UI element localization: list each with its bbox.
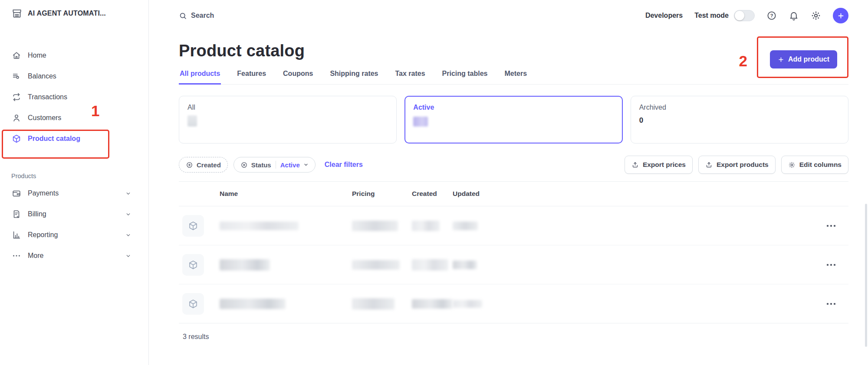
tab-coupons[interactable]: Coupons xyxy=(282,67,314,84)
row-overflow-menu[interactable] xyxy=(821,303,848,305)
card-label: Active xyxy=(413,104,614,111)
account-switcher[interactable]: AI AGENT AUTOMATI... xyxy=(11,8,148,19)
table-row[interactable] xyxy=(179,206,848,245)
add-product-label: Add product xyxy=(788,55,829,63)
chevron-down-icon xyxy=(125,191,131,196)
topbar-actions: Developers Test mode ? xyxy=(645,8,848,23)
package-icon xyxy=(182,254,204,276)
tab-meters[interactable]: Meters xyxy=(504,67,528,84)
chevron-down-icon xyxy=(125,232,131,238)
payments-icon xyxy=(11,189,21,198)
sidebar-item-label: Customers xyxy=(28,114,61,122)
search-input[interactable]: Search xyxy=(179,12,214,20)
table-row[interactable] xyxy=(179,284,848,323)
x-circle-icon xyxy=(240,161,248,169)
filter-bar: Created Status Active Clear filters xyxy=(179,156,848,174)
product-pricing-redacted xyxy=(343,221,403,231)
column-header-updated[interactable]: Updated xyxy=(447,190,821,198)
help-icon[interactable]: ? xyxy=(766,10,777,21)
product-pricing-redacted xyxy=(343,298,403,310)
product-updated-redacted xyxy=(447,222,821,230)
developers-link[interactable]: Developers xyxy=(645,12,683,20)
export-icon xyxy=(631,161,639,169)
billing-icon xyxy=(11,209,21,219)
column-header-pricing[interactable]: Pricing xyxy=(343,190,403,198)
svg-text:?: ? xyxy=(770,13,773,18)
sidebar-item-transactions[interactable]: Transactions xyxy=(11,87,148,108)
gear-icon xyxy=(788,161,796,169)
product-updated-redacted xyxy=(447,300,821,308)
button-label: Export products xyxy=(717,161,769,169)
table-row[interactable] xyxy=(179,245,848,284)
product-thumbnail xyxy=(182,215,211,237)
clear-filters-link[interactable]: Clear filters xyxy=(325,161,363,169)
table-header-row: Name Pricing Created Updated xyxy=(179,182,848,206)
settings-icon[interactable] xyxy=(811,10,821,21)
sidebar-item-reporting[interactable]: Reporting xyxy=(11,225,148,245)
sidebar-item-label: Product catalog xyxy=(28,135,80,143)
product-catalog-icon xyxy=(11,134,21,143)
sidebar-item-more[interactable]: More xyxy=(11,245,148,266)
product-name-redacted xyxy=(211,222,343,230)
column-header-name[interactable]: Name xyxy=(211,190,343,198)
home-icon xyxy=(11,51,21,60)
sidebar-nav: Home Balances Transactions xyxy=(11,45,148,266)
sidebar-item-balances[interactable]: Balances xyxy=(11,66,148,87)
product-pricing-redacted xyxy=(343,260,403,270)
transactions-icon xyxy=(11,92,21,102)
card-label: All xyxy=(187,104,388,111)
chip-divider xyxy=(276,161,276,169)
test-mode-toggle[interactable] xyxy=(734,10,755,21)
tab-tax-rates[interactable]: Tax rates xyxy=(395,67,426,84)
row-overflow-menu[interactable] xyxy=(821,264,848,266)
chip-label: Created xyxy=(197,161,221,169)
results-count: 3 results xyxy=(179,323,848,341)
sidebar-item-customers[interactable]: Customers xyxy=(11,108,148,128)
tab-all-products[interactable]: All products xyxy=(179,67,221,85)
search-icon xyxy=(179,12,187,20)
row-overflow-menu[interactable] xyxy=(821,225,848,227)
sidebar-item-label: Reporting xyxy=(28,231,58,239)
chevron-down-icon xyxy=(303,162,309,167)
column-header-created[interactable]: Created xyxy=(403,190,447,198)
brand-name: AI AGENT AUTOMATI... xyxy=(28,10,106,17)
test-mode-label: Test mode xyxy=(694,12,729,20)
scrollbar[interactable] xyxy=(865,204,867,347)
annotation-group-2: 2 Add product xyxy=(739,36,848,78)
button-label: Export prices xyxy=(643,161,686,169)
sidebar-item-home[interactable]: Home xyxy=(11,45,148,66)
summary-card-all[interactable]: All xyxy=(179,96,397,143)
search-placeholder: Search xyxy=(191,12,214,20)
edit-columns-button[interactable]: Edit columns xyxy=(781,156,848,174)
add-product-button[interactable]: Add product xyxy=(770,50,837,68)
export-prices-button[interactable]: Export prices xyxy=(625,156,693,174)
create-new-button[interactable] xyxy=(833,8,848,23)
chip-value: Active xyxy=(280,161,300,169)
sidebar-item-label: Balances xyxy=(28,72,56,80)
sidebar-item-product-catalog[interactable]: Product catalog xyxy=(11,128,148,149)
export-products-button[interactable]: Export products xyxy=(698,156,776,174)
sidebar-item-label: Home xyxy=(28,52,46,59)
redacted-value xyxy=(413,117,428,127)
plus-icon xyxy=(778,56,784,63)
product-updated-redacted xyxy=(447,261,821,269)
summary-card-archived[interactable]: Archived 0 xyxy=(631,96,848,143)
tab-features[interactable]: Features xyxy=(236,67,267,84)
tab-pricing-tables[interactable]: Pricing tables xyxy=(441,67,489,84)
more-icon xyxy=(11,251,21,261)
button-label: Edit columns xyxy=(799,161,842,169)
status-filter-chip[interactable]: Status Active xyxy=(233,157,316,173)
table-actions: Export prices Export products xyxy=(625,156,848,174)
sidebar-item-billing[interactable]: Billing xyxy=(11,204,148,225)
chip-label: Status xyxy=(251,161,271,169)
customers-icon xyxy=(11,113,21,123)
main-content: Search Developers Test mode ? xyxy=(149,0,868,365)
product-thumbnail xyxy=(182,254,211,276)
notifications-icon[interactable] xyxy=(789,10,799,21)
plus-circle-icon xyxy=(186,161,193,169)
annotation-label-2: 2 xyxy=(739,52,747,70)
created-filter-chip[interactable]: Created xyxy=(179,157,228,173)
tab-shipping-rates[interactable]: Shipping rates xyxy=(329,67,379,84)
sidebar-item-payments[interactable]: Payments xyxy=(11,183,148,204)
summary-card-active[interactable]: Active xyxy=(404,96,622,143)
